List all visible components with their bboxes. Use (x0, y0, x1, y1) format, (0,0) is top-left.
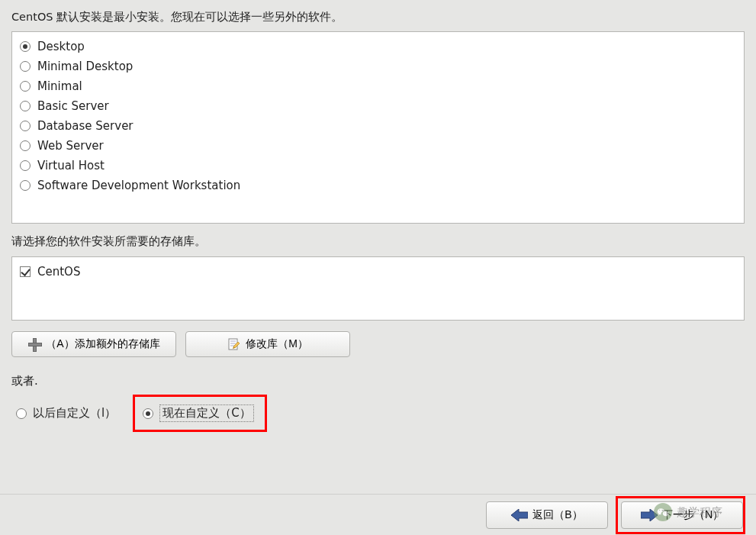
next-button-highlight: 下一步（N） (616, 496, 745, 534)
add-repo-button[interactable]: （A）添加额外的存储库 (11, 331, 176, 357)
software-option-label: Virtual Host (37, 159, 105, 172)
customize-now-label: 现在自定义（C） (159, 404, 253, 422)
arrow-right-icon (641, 509, 658, 521)
software-option-label: Minimal (37, 79, 82, 93)
software-option-label: Minimal Desktop (37, 60, 133, 73)
arrow-left-icon (511, 509, 528, 521)
radio-icon (20, 140, 31, 151)
customize-later-label: 以后自定义（l） (33, 406, 116, 421)
checkbox-icon (20, 266, 31, 277)
repo-item-label: CentOS (37, 265, 80, 279)
add-repo-label: （A）添加额外的存储库 (46, 337, 159, 351)
software-option[interactable]: Software Development Workstation (18, 176, 738, 195)
edit-repo-label: 修改库（M） (246, 337, 308, 351)
back-label: 返回（B） (532, 508, 582, 522)
radio-icon (143, 408, 153, 419)
next-label: 下一步（N） (662, 508, 723, 522)
software-option[interactable]: Desktop (18, 37, 738, 56)
software-option-label: Database Server (37, 119, 134, 133)
customize-now-radio[interactable]: 现在自定义（C） (141, 403, 255, 424)
radio-icon (20, 41, 31, 52)
software-option[interactable]: Virtual Host (18, 156, 738, 176)
customize-row: 以后自定义（l） 现在自定义（C） (11, 395, 745, 432)
software-selection-list: DesktopMinimal DesktopMinimalBasic Serve… (11, 31, 745, 224)
footer-bar: 返回（B） 下一步（N） (0, 494, 756, 535)
software-option[interactable]: Database Server (18, 116, 738, 136)
svg-marker-6 (511, 509, 528, 521)
software-option[interactable]: Web Server (18, 136, 738, 156)
radio-icon (20, 61, 31, 72)
repo-prompt: 请选择您的软件安装所需要的存储库。 (11, 234, 745, 249)
software-option[interactable]: Minimal (18, 76, 738, 96)
radio-icon (20, 121, 31, 131)
next-button[interactable]: 下一步（N） (621, 501, 743, 529)
back-button[interactable]: 返回（B） (486, 501, 608, 529)
radio-icon (20, 160, 31, 171)
software-option-label: Desktop (37, 40, 85, 53)
software-option-label: Basic Server (37, 99, 109, 113)
install-description: CentOS 默认安装是最小安装。您现在可以选择一些另外的软件。 (11, 10, 745, 24)
radio-icon (20, 81, 31, 92)
or-label: 或者. (11, 374, 745, 388)
software-option[interactable]: Minimal Desktop (18, 56, 738, 76)
radio-icon (16, 408, 27, 419)
customize-now-highlight: 现在自定义（C） (133, 395, 266, 432)
repo-item[interactable]: CentOS (18, 262, 738, 282)
software-option-label: Web Server (37, 139, 104, 153)
radio-icon (20, 101, 31, 111)
software-option[interactable]: Basic Server (18, 96, 738, 116)
edit-repo-button[interactable]: 修改库（M） (185, 331, 350, 357)
radio-icon (20, 180, 31, 191)
svg-marker-7 (641, 509, 658, 521)
repo-list: CentOS (11, 256, 745, 321)
software-option-label: Software Development Workstation (37, 179, 240, 192)
edit-icon (227, 337, 241, 351)
customize-later-radio[interactable]: 以后自定义（l） (14, 404, 117, 422)
plus-icon (27, 337, 41, 351)
